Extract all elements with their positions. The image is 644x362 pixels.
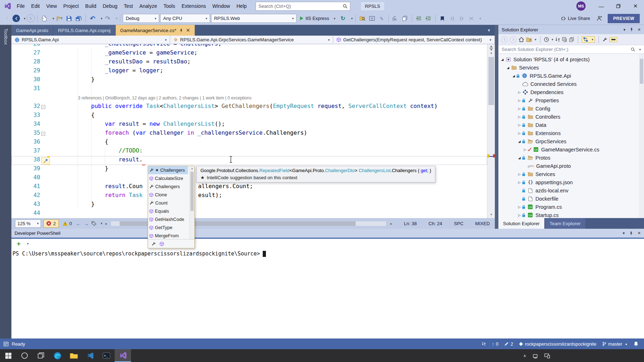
code-line-32[interactable]: 32− public override Task<ChallengersList… xyxy=(11,103,487,112)
fold-collapse-icon[interactable]: − xyxy=(41,132,45,136)
navigate-backward-button[interactable] xyxy=(12,15,20,22)
indent-decrease-icon[interactable] xyxy=(415,14,423,23)
notifications-bell-icon[interactable] xyxy=(634,341,638,346)
properties-wrench-icon[interactable] xyxy=(602,37,607,42)
navigate-back-arrow[interactable]: ← xyxy=(76,221,81,227)
previous-bookmark-icon[interactable] xyxy=(448,14,456,23)
task-view-button[interactable] xyxy=(33,349,49,362)
tree-expander[interactable]: ▷ xyxy=(517,172,522,176)
tray-network-icon[interactable] xyxy=(544,353,550,358)
startup-project-select[interactable]: RPSLS.Web▾ xyxy=(211,14,297,23)
tree-expander[interactable]: ◢ xyxy=(500,58,505,61)
tree-item-dependencies[interactable]: ▷Dependencies xyxy=(498,88,644,96)
se-scrollbar[interactable] xyxy=(639,54,644,218)
tree-item-gamemanagerservice-cs[interactable]: ▷C#GameManagerService.cs xyxy=(498,145,644,154)
close-button[interactable]: ✕ xyxy=(627,0,644,12)
sync-icon[interactable] xyxy=(555,37,560,42)
pending-changes-filter-icon[interactable]: ▾ xyxy=(526,37,536,42)
edge-browser-icon[interactable] xyxy=(49,349,66,362)
tree-expander[interactable]: ▷ xyxy=(517,99,522,102)
tree-item-program-cs[interactable]: ▷C#Program.cs xyxy=(498,203,644,211)
tree-item-services[interactable]: ▷Services xyxy=(498,170,644,178)
solution-explorer-search-input[interactable]: Search Solution Explorer (Ctrl+;) ▾ xyxy=(498,45,644,54)
panel-splitter[interactable] xyxy=(495,25,498,229)
toolbox-strip[interactable]: Toolbox xyxy=(0,25,11,338)
navigate-forward-button[interactable] xyxy=(27,14,35,22)
fold-collapse-icon[interactable]: − xyxy=(41,105,45,109)
code-line-37[interactable]: 37 //TODO: xyxy=(11,147,487,156)
file-explorer-icon[interactable] xyxy=(66,349,82,362)
repository-indicator[interactable]: rockpaperscissorslizardspockignite xyxy=(519,341,596,347)
tree-expander[interactable]: ▷ xyxy=(517,131,522,135)
tree-item-azds-local-env[interactable]: azds-local.env xyxy=(498,186,644,195)
breadcrumb-section-1[interactable]: RPSLS.Game.Api▾ xyxy=(11,36,170,44)
tray-expand-chevron[interactable]: ∧ xyxy=(523,353,526,358)
tree-item-extensions[interactable]: ▷Extensions xyxy=(498,129,644,137)
code-line-36[interactable]: 36 { xyxy=(11,138,487,147)
new-terminal-button[interactable]: ＋ xyxy=(16,241,22,247)
tree-item-controllers[interactable]: ▷Controllers xyxy=(498,113,644,121)
codelens-info[interactable]: 3 references | OriolBonjoch, 12 days ago… xyxy=(78,94,251,103)
window-position-dropdown[interactable]: ▾ xyxy=(623,27,625,32)
branch-indicator[interactable]: master▲ xyxy=(602,341,628,347)
code-line-27[interactable]: 27 _gameService = gameService; xyxy=(11,49,487,58)
tree-expander[interactable]: ▷ xyxy=(517,115,522,119)
save-all-button[interactable] xyxy=(74,14,83,23)
menu-item-test[interactable]: Test xyxy=(121,3,136,9)
se-forward-button[interactable] xyxy=(510,36,517,43)
tree-item-gameapi-proto[interactable]: gRPCGameApi.proto xyxy=(498,162,644,170)
se-back-button[interactable] xyxy=(501,36,508,43)
open-file-button[interactable] xyxy=(55,14,64,23)
hscroll-right-arrow[interactable]: ▸ xyxy=(391,222,392,226)
editor-vertical-scrollbar[interactable]: ▲ ▼ xyxy=(487,44,495,218)
account-avatar[interactable]: MS xyxy=(576,1,586,11)
feedback-person-icon[interactable] xyxy=(595,14,603,23)
sync-with-active-document-toggle[interactable]: ▾ xyxy=(582,36,595,43)
minimize-button[interactable]: — xyxy=(593,0,610,12)
menu-item-analyze[interactable]: Analyze xyxy=(136,3,160,9)
tree-expander[interactable]: ◢ xyxy=(511,74,516,78)
tree-item-dockerfile[interactable]: Dockerfile xyxy=(498,195,644,203)
tag-icon[interactable]: ▾ xyxy=(91,221,103,226)
clear-bookmarks-icon[interactable] xyxy=(467,14,476,23)
sync-settings-icon[interactable] xyxy=(377,14,386,23)
code-line-38[interactable]: 38 result. xyxy=(11,156,487,165)
terminal-icon[interactable]: >_ xyxy=(98,349,115,362)
bookmark-icon[interactable] xyxy=(438,14,447,23)
ps-window-dropdown[interactable]: ▾ xyxy=(623,231,625,236)
completion-item-equals[interactable]: Equals xyxy=(148,207,188,215)
chevron-down-icon[interactable]: ▾ xyxy=(161,38,167,42)
tab-gamemanagerservice-cs-[interactable]: GameManagerService.cs*✕ xyxy=(116,25,195,36)
split-editor-grip[interactable] xyxy=(489,46,493,51)
tree-expander[interactable]: ▷ xyxy=(517,213,522,217)
hscroll-left-arrow[interactable]: ◂ xyxy=(105,222,106,226)
se-scrollbar-thumb[interactable] xyxy=(640,59,643,84)
outgoing-commits-indicator[interactable]: ↑ 0 xyxy=(492,341,499,347)
new-file-button[interactable] xyxy=(40,14,49,23)
completion-item-gettype[interactable]: GetType xyxy=(148,223,188,232)
preview-selected-items-toggle[interactable] xyxy=(609,37,617,42)
document-list-dropdown-icon[interactable]: ▼ xyxy=(483,28,495,32)
menu-item-extensions[interactable]: Extensions xyxy=(178,3,209,9)
completion-item-challengers[interactable]: Challengers xyxy=(148,182,188,191)
indent-increase-icon[interactable] xyxy=(424,14,433,23)
code-line-34[interactable]: 34 var result = new ChallengersList(); xyxy=(11,120,487,129)
code-line-30[interactable]: 30 } xyxy=(11,76,487,85)
tree-expander[interactable]: ▷ xyxy=(523,148,528,151)
tree-item-properties[interactable]: ▷Properties xyxy=(498,96,644,104)
tab-rpsls-game-api-csproj[interactable]: RPSLS.Game.Api.csproj xyxy=(53,25,115,36)
is-scroll-up[interactable]: ▲ xyxy=(190,166,194,171)
browser-link-icon[interactable] xyxy=(368,14,376,23)
menu-item-file[interactable]: File xyxy=(14,3,28,9)
tree-item-startup-cs[interactable]: ▷C#Startup.cs xyxy=(498,211,644,218)
warning-count-badge[interactable]: 0 xyxy=(61,221,73,227)
zoom-level-select[interactable]: 125 %▾ xyxy=(15,219,41,228)
preview-button[interactable]: PREVIEW xyxy=(608,14,640,23)
code-editor[interactable]: 26 _challengersService = challengers;27 … xyxy=(11,44,487,218)
powershell-header[interactable]: Developer PowerShell ▾ ✕ xyxy=(11,229,644,238)
chevron-down-icon[interactable]: ▾ xyxy=(486,38,491,42)
tree-expander[interactable]: ▷ xyxy=(517,123,522,127)
solution-platform-select[interactable]: Any CPU▾ xyxy=(160,14,210,23)
code-line-28[interactable]: 28 _resultsDao = resultsDao; xyxy=(11,58,487,67)
pin-tab-icon[interactable] xyxy=(179,29,183,32)
